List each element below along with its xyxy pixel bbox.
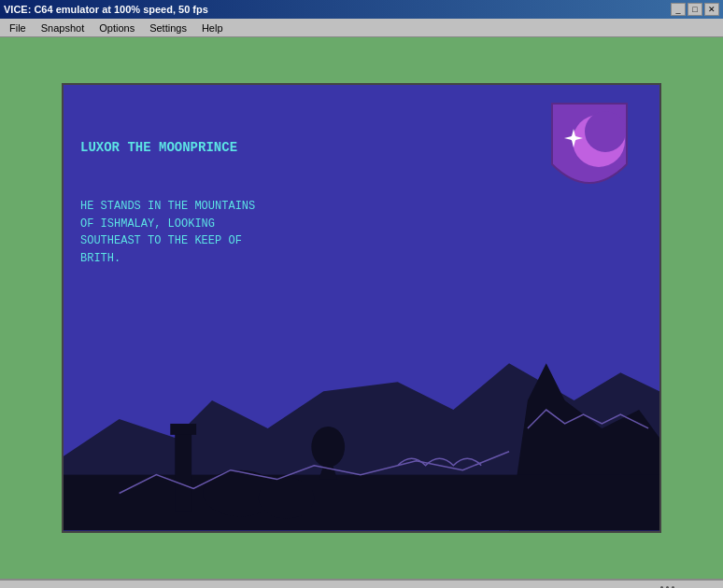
window-controls[interactable]: _ □ ✕ bbox=[671, 3, 719, 16]
emulator-screen[interactable]: LUXOR THE MOONPRINCE He stands in the Mo… bbox=[62, 83, 661, 533]
maximize-button[interactable]: □ bbox=[688, 3, 702, 16]
main-area: LUXOR THE MOONPRINCE He stands in the Mo… bbox=[0, 37, 723, 579]
svg-point-3 bbox=[571, 135, 576, 141]
svg-rect-7 bbox=[175, 428, 191, 511]
landscape bbox=[64, 307, 659, 531]
menu-help[interactable]: Help bbox=[196, 21, 229, 35]
svg-rect-8 bbox=[170, 424, 196, 435]
menu-settings[interactable]: Settings bbox=[144, 21, 192, 35]
shield-badge bbox=[547, 99, 631, 202]
close-button[interactable]: ✕ bbox=[704, 3, 719, 16]
title-bar: VICE: C64 emulator at 100% speed, 50 fps… bbox=[0, 0, 723, 19]
menu-options[interactable]: Options bbox=[93, 21, 140, 35]
game-title-line: LUXOR THE MOONPRINCE bbox=[80, 138, 255, 158]
svg-rect-6 bbox=[64, 475, 659, 531]
menu-snapshot[interactable]: Snapshot bbox=[35, 21, 90, 35]
svg-point-10 bbox=[259, 478, 315, 519]
game-text: LUXOR THE MOONPRINCE He stands in the Mo… bbox=[80, 102, 255, 303]
status-bar: Joystick: 8: 18.0 bbox=[0, 579, 723, 588]
menu-file[interactable]: File bbox=[4, 21, 32, 35]
svg-point-1 bbox=[585, 111, 626, 152]
minimize-button[interactable]: _ bbox=[671, 3, 686, 16]
game-body-text: He stands in the Mountainsof Ishmalay, l… bbox=[80, 198, 255, 267]
menu-bar: File Snapshot Options Settings Help bbox=[0, 19, 723, 37]
svg-point-12 bbox=[311, 427, 345, 468]
window-title: VICE: C64 emulator at 100% speed, 50 fps bbox=[4, 4, 208, 15]
